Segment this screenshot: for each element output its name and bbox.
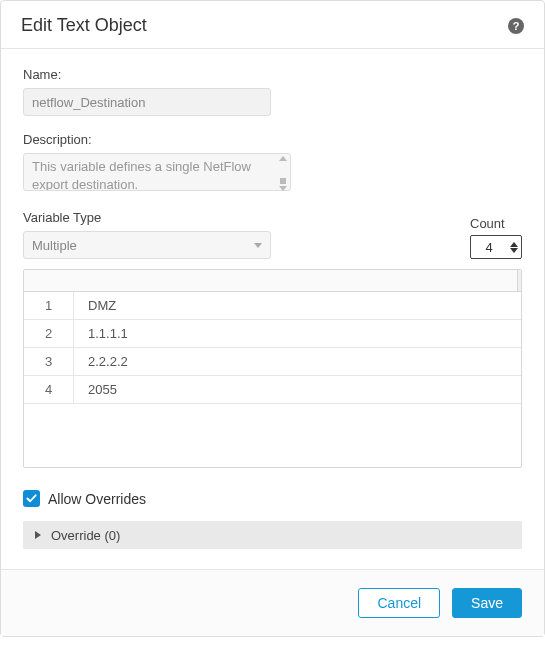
table-row[interactable]: 1DMZ [24,292,521,320]
name-input[interactable] [23,88,271,116]
override-accordion[interactable]: Override (0) [23,521,522,549]
row-index: 1 [24,292,74,319]
step-down-icon[interactable] [510,248,518,253]
count-field-group: Count 4 [470,216,522,259]
count-value: 4 [471,240,507,255]
allow-overrides-label: Allow Overrides [48,491,146,507]
column-resize-handle[interactable] [517,270,521,291]
edit-text-object-dialog: Edit Text Object ? Name: Description: Th… [0,0,545,637]
help-icon[interactable]: ? [508,18,524,34]
scroll-thumb[interactable] [280,178,286,184]
dialog-header: Edit Text Object ? [1,1,544,49]
dialog-title: Edit Text Object [21,15,147,36]
row-value: 2055 [74,382,117,397]
check-icon [26,493,37,504]
table-header [24,270,521,292]
dialog-body: Name: Description: This variable defines… [1,49,544,569]
variable-type-select[interactable]: Multiple [23,231,271,259]
name-field-group: Name: [23,67,522,116]
table-row[interactable]: 32.2.2.2 [24,348,521,376]
name-label: Name: [23,67,522,82]
count-stepper[interactable]: 4 [470,235,522,259]
values-table: 1DMZ21.1.1.132.2.2.242055 [23,269,522,468]
description-field-group: Description: This variable defines a sin… [23,132,522,194]
step-up-icon[interactable] [510,242,518,247]
chevron-down-icon [254,243,262,248]
row-index: 2 [24,320,74,347]
caret-right-icon [35,531,41,539]
textarea-scrollbar[interactable] [278,156,288,191]
variable-type-label: Variable Type [23,210,271,225]
table-body: 1DMZ21.1.1.132.2.2.242055 [24,292,521,467]
variable-type-value: Multiple [32,238,77,253]
save-button[interactable]: Save [452,588,522,618]
row-index: 3 [24,348,74,375]
allow-overrides-checkbox[interactable] [23,490,40,507]
row-value: 1.1.1.1 [74,326,128,341]
row-index: 4 [24,376,74,403]
override-accordion-label: Override (0) [51,528,120,543]
description-label: Description: [23,132,522,147]
scroll-down-icon[interactable] [279,186,287,191]
variable-type-field-group: Variable Type Multiple [23,210,271,259]
cancel-button[interactable]: Cancel [358,588,440,618]
dialog-footer: Cancel Save [1,569,544,636]
table-row[interactable]: 42055 [24,376,521,404]
count-label: Count [470,216,522,231]
scroll-up-icon[interactable] [279,156,287,161]
row-value: 2.2.2.2 [74,354,128,369]
row-value: DMZ [74,298,116,313]
allow-overrides-row: Allow Overrides [23,490,522,507]
description-textarea[interactable]: This variable defines a single NetFlow e… [23,153,291,191]
variable-type-row: Variable Type Multiple Count 4 [23,210,522,259]
table-row[interactable]: 21.1.1.1 [24,320,521,348]
